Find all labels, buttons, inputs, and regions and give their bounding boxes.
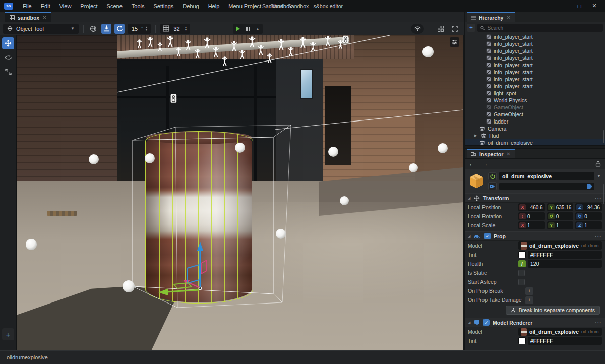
scale-tool-button[interactable]: [2, 66, 14, 78]
tab-close-icon[interactable]: ✕: [42, 15, 46, 20]
close-button[interactable]: ✕: [588, 2, 601, 11]
add-action-button[interactable]: +: [525, 287, 533, 295]
probe-sphere[interactable]: [26, 239, 37, 250]
player-start-icon[interactable]: [311, 42, 315, 51]
speaker-icon[interactable]: [170, 94, 177, 103]
hierarchy-item-info_player_start[interactable]: info_player_start: [465, 33, 605, 40]
scene-viewport[interactable]: [17, 35, 463, 350]
transform-section-header[interactable]: ◢ Transform ···: [465, 193, 605, 203]
stop-icon[interactable]: ▲: [256, 27, 260, 31]
is-static-checkbox[interactable]: [518, 270, 525, 276]
scale-y-field[interactable]: Y1: [547, 221, 574, 229]
menu-debug[interactable]: Debug: [178, 0, 203, 12]
fullscreen-button[interactable]: [450, 24, 460, 34]
break-components-button[interactable]: Break into separate components: [506, 306, 600, 315]
lock-icon[interactable]: [595, 161, 601, 167]
add-action-button[interactable]: +: [525, 296, 533, 304]
hierarchy-item-info_player_start[interactable]: info_player_start: [465, 69, 605, 76]
hierarchy-item-camera[interactable]: Camera: [465, 125, 605, 132]
model-picker[interactable]: oil_drum_explosive oil_drum_explosive.: [518, 328, 602, 336]
rotation-roll-field[interactable]: ↻0: [575, 212, 602, 220]
position-z-field[interactable]: Z-94.36: [575, 203, 602, 211]
player-start-icon[interactable]: [288, 47, 293, 56]
speaker-gizmos[interactable]: [170, 36, 349, 103]
prop-enabled-checkbox[interactable]: ✓: [484, 233, 491, 239]
player-start-icon[interactable]: [250, 36, 255, 47]
tint-field[interactable]: #FFFFFF: [528, 337, 602, 345]
move-tool-button[interactable]: [2, 37, 14, 49]
player-start-icon[interactable]: [176, 47, 181, 56]
player-start-icon[interactable]: [137, 39, 142, 48]
viewport-options-button[interactable]: [450, 37, 459, 47]
stepper-icon[interactable]: ▲▼: [145, 26, 148, 31]
scale-z-field[interactable]: Z1: [575, 221, 602, 229]
hierarchy-scrollbar[interactable]: [603, 130, 604, 143]
hierarchy-item-ladder[interactable]: ladder: [465, 118, 605, 125]
rotation-snap-value[interactable]: 15: [130, 26, 139, 32]
player-start-icon[interactable]: [213, 47, 218, 56]
layout-button[interactable]: [436, 24, 446, 34]
player-start-icon[interactable]: [158, 42, 162, 51]
grid-size-field[interactable]: 32 ▲▼: [160, 24, 190, 34]
probe-sphere[interactable]: [235, 143, 245, 153]
player-start-icon[interactable]: [279, 39, 284, 49]
hierarchy-item-gameobject[interactable]: GameObject: [465, 111, 605, 118]
tint-field[interactable]: #FFFFFF: [528, 251, 602, 259]
hierarchy-item-world-physics[interactable]: World Physics: [465, 97, 605, 104]
position-x-field[interactable]: X-460.6: [518, 203, 545, 211]
collapse-icon[interactable]: ◢: [468, 234, 471, 238]
section-menu-icon[interactable]: ···: [595, 320, 602, 326]
rotation-snap-toggle[interactable]: [114, 24, 125, 34]
hierarchy-item-info_player_start[interactable]: info_player_start: [465, 62, 605, 69]
menu-tools[interactable]: Tools: [127, 0, 149, 12]
health-field[interactable]: 120: [528, 260, 602, 268]
color-swatch[interactable]: [518, 337, 526, 344]
model-picker[interactable]: oil_drum_explosive oil_drum_explosive.: [518, 241, 602, 250]
tags-field[interactable]: [499, 183, 594, 190]
player-start-icon[interactable]: [148, 37, 153, 46]
flag-icon[interactable]: [587, 184, 593, 189]
tab-close-icon[interactable]: ✕: [506, 151, 510, 157]
search-input[interactable]: [487, 25, 600, 31]
object-name-field[interactable]: [499, 172, 594, 180]
hierarchy-item-hud[interactable]: ▶Hud: [465, 132, 605, 139]
player-start-icon[interactable]: [325, 36, 330, 45]
player-start-icon[interactable]: [240, 50, 245, 58]
tab-hierarchy[interactable]: Hierarchy ✕: [467, 12, 515, 22]
player-start-icon[interactable]: [222, 56, 227, 66]
probe-sphere[interactable]: [438, 143, 448, 153]
chevron-down-icon[interactable]: ▼: [597, 174, 602, 178]
probe-sphere[interactable]: [409, 163, 418, 172]
world-space-toggle[interactable]: [88, 24, 98, 34]
hierarchy-item-info_player_start[interactable]: info_player_start: [465, 47, 605, 54]
model-renderer-section-header[interactable]: ◢ ✓ Model Renderer ···: [465, 318, 605, 327]
tab-close-icon[interactable]: ✕: [506, 15, 510, 20]
tool-dropdown[interactable]: Object Tool ▼: [3, 24, 79, 34]
prop-section-header[interactable]: ◢ ✓ Prop ···: [465, 231, 605, 241]
rotate-tool-button[interactable]: [2, 51, 14, 64]
position-y-field[interactable]: Y635.16: [547, 203, 574, 211]
section-menu-icon[interactable]: ···: [595, 233, 602, 239]
minimize-button[interactable]: –: [558, 2, 571, 11]
probe-sphere[interactable]: [276, 229, 286, 239]
scale-x-field[interactable]: X1: [518, 221, 545, 229]
player-start-icon[interactable]: [258, 45, 263, 54]
speaker-icon[interactable]: [342, 36, 349, 43]
move-gizmo[interactable]: [158, 242, 207, 295]
position-snap-toggle[interactable]: [101, 24, 111, 34]
maximize-button[interactable]: ▢: [573, 2, 586, 11]
probe-sphere[interactable]: [89, 154, 99, 164]
add-object-button[interactable]: +: [2, 328, 14, 340]
inspector-scrollbar[interactable]: [603, 184, 604, 204]
tag-button[interactable]: [488, 182, 497, 190]
network-button[interactable]: [411, 24, 424, 34]
rotation-pitch-field[interactable]: ↕0: [518, 212, 545, 220]
enabled-toggle[interactable]: [488, 172, 497, 180]
hierarchy-add-button[interactable]: +: [467, 24, 475, 32]
hierarchy-item-gameobject[interactable]: GameObject: [465, 104, 605, 111]
hierarchy-item-light_spot[interactable]: light_spot: [465, 90, 605, 97]
player-start-icon[interactable]: [338, 40, 343, 48]
pause-icon[interactable]: [246, 27, 250, 31]
probe-sphere[interactable]: [328, 147, 338, 157]
menu-settings[interactable]: Settings: [149, 0, 178, 12]
